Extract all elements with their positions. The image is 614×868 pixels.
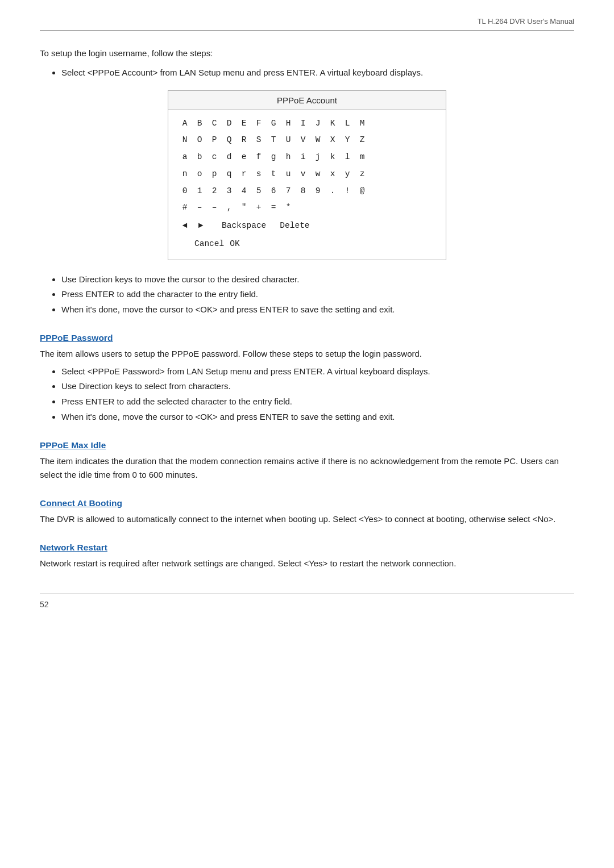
key-d: d (222, 149, 237, 166)
keyboard-row-3: a b c d e f g h i j k l m (177, 149, 437, 166)
key-z: z (355, 166, 370, 183)
key-n: n (177, 166, 192, 183)
keyboard-title: PPPoE Account (168, 91, 446, 110)
after-keyboard-bullet-2: Press ENTER to add the character to the … (61, 287, 574, 302)
key-I: I (296, 115, 310, 132)
pppoe-password-bullet-4: When it's done, move the cursor to <OK> … (61, 410, 574, 424)
key-R: R (237, 132, 251, 149)
key-5: 5 (251, 183, 266, 200)
key-A: A (177, 115, 192, 132)
key-H: H (281, 115, 296, 132)
key-V: V (296, 132, 310, 149)
key-star: * (281, 199, 296, 216)
key-9: 9 (310, 183, 325, 200)
key-P: P (207, 132, 222, 149)
section-heading-network-restart: Network Restart (40, 542, 574, 553)
key-w: w (310, 166, 325, 183)
pppoe-password-bullets: Select <PPPoE Password> from LAN Setup m… (61, 365, 574, 424)
keyboard-row-6: # – – , " + = * (177, 199, 437, 216)
header-title: TL H.264 DVR User's Manual (478, 17, 574, 26)
key-0: 0 (177, 183, 192, 200)
keyboard-bottom-row: Cancel OK (177, 236, 437, 253)
key-Q: Q (222, 132, 237, 149)
key-left-arrow: ◄ (177, 218, 192, 235)
key-T: T (266, 132, 281, 149)
key-cancel: Cancel (194, 236, 224, 253)
key-quote: " (237, 199, 251, 216)
key-backspace: Backspace (222, 218, 266, 235)
keyboard-diagram: PPPoE Account A B C D E F G H I J K L M … (168, 90, 446, 260)
key-7: 7 (281, 183, 296, 200)
key-comma: , (222, 199, 237, 216)
key-N: N (177, 132, 192, 149)
key-j: j (310, 149, 325, 166)
key-ok: OK (230, 236, 239, 253)
intro-text: To setup the login username, follow the … (40, 47, 574, 60)
after-keyboard-bullets: Use Direction keys to move the cursor to… (61, 273, 574, 317)
key-dash1: – (192, 199, 207, 216)
section-pppoe-max-idle: PPPoE Max Idle The item indicates the du… (40, 440, 574, 483)
key-S: S (251, 132, 266, 149)
key-Z: Z (355, 132, 370, 149)
keyboard-row-1: A B C D E F G H I J K L M (177, 115, 437, 132)
key-dash2: – (207, 199, 222, 216)
account-bullet-1: Select <PPPoE Account> from LAN Setup me… (61, 66, 574, 80)
key-plus: + (251, 199, 266, 216)
key-Y: Y (340, 132, 355, 149)
keyboard-body: A B C D E F G H I J K L M N O P Q R (168, 110, 446, 260)
after-keyboard-bullet-3: When it's done, move the cursor to <OK> … (61, 303, 574, 317)
key-b: b (192, 149, 207, 166)
page-container: TL H.264 DVR User's Manual To setup the … (0, 0, 614, 868)
key-J: J (310, 115, 325, 132)
key-q: q (222, 166, 237, 183)
key-F: F (251, 115, 266, 132)
key-r: r (237, 166, 251, 183)
key-2: 2 (207, 183, 222, 200)
section-pppoe-password: PPPoE Password The item allows users to … (40, 333, 574, 424)
keyboard-row-2: N O P Q R S T U V W X Y Z (177, 132, 437, 149)
key-B: B (192, 115, 207, 132)
section-body-pppoe-max-idle: The item indicates the duration that the… (40, 454, 574, 483)
key-E: E (237, 115, 251, 132)
key-eq: = (266, 199, 281, 216)
pppoe-password-bullet-2: Use Direction keys to select from charac… (61, 379, 574, 394)
account-bullets: Select <PPPoE Account> from LAN Setup me… (61, 66, 574, 80)
key-p: p (207, 166, 222, 183)
key-C: C (207, 115, 222, 132)
key-3: 3 (222, 183, 237, 200)
key-m: m (355, 149, 370, 166)
key-right-arrow: ► (193, 218, 208, 235)
after-keyboard-bullet-1: Use Direction keys to move the cursor to… (61, 273, 574, 287)
key-s: s (251, 166, 266, 183)
keyboard-row-5: 0 1 2 3 4 5 6 7 8 9 . ! @ (177, 183, 437, 200)
key-6: 6 (266, 183, 281, 200)
footer-bar: 52 (40, 594, 574, 609)
key-k: k (325, 149, 340, 166)
header-bar: TL H.264 DVR User's Manual (40, 17, 574, 31)
key-c: c (207, 149, 222, 166)
pppoe-password-bullet-3: Press ENTER to add the selected characte… (61, 395, 574, 409)
key-e: e (237, 149, 251, 166)
key-l: l (340, 149, 355, 166)
section-body-pppoe-password: The item allows users to setup the PPPoE… (40, 347, 574, 361)
section-body-network-restart: Network restart is required after networ… (40, 557, 574, 571)
key-u: u (281, 166, 296, 183)
key-g: g (266, 149, 281, 166)
section-connect-at-booting: Connect At Booting The DVR is allowed to… (40, 498, 574, 527)
keyboard-nav-row: ◄ ► Backspace Delete (177, 218, 437, 235)
section-heading-pppoe-password: PPPoE Password (40, 333, 574, 343)
keyboard-row-4: n o p q r s t u v w x y z (177, 166, 437, 183)
key-excl: ! (340, 183, 355, 200)
key-t: t (266, 166, 281, 183)
key-G: G (266, 115, 281, 132)
key-dot: . (325, 183, 340, 200)
key-at: @ (355, 183, 370, 200)
key-f: f (251, 149, 266, 166)
key-4: 4 (237, 183, 251, 200)
key-O: O (192, 132, 207, 149)
key-8: 8 (296, 183, 310, 200)
key-D: D (222, 115, 237, 132)
key-X: X (325, 132, 340, 149)
section-heading-connect-at-booting: Connect At Booting (40, 498, 574, 508)
key-K: K (325, 115, 340, 132)
